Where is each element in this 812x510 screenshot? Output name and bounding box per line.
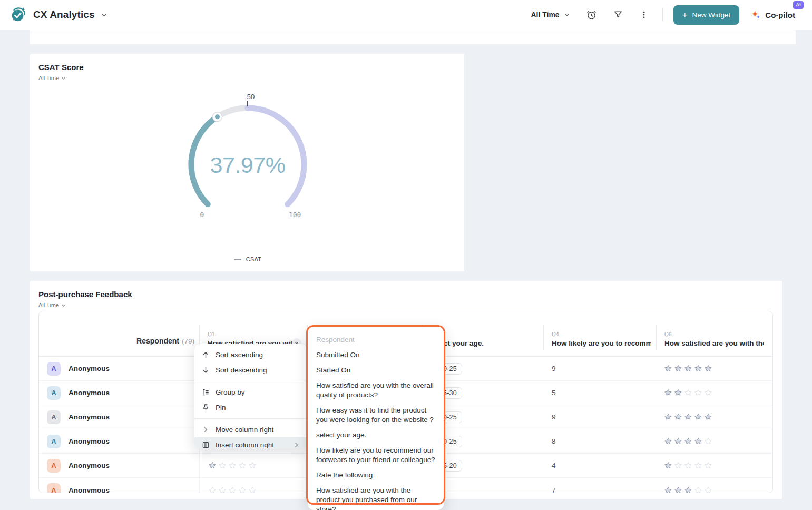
- star-icon: [705, 365, 712, 372]
- star-icon: [674, 462, 682, 469]
- q6-star-rating: [664, 389, 712, 397]
- legend-dash-icon: [234, 259, 241, 260]
- overflow-cell: [769, 381, 773, 405]
- star-icon: [664, 462, 672, 469]
- copilot-button[interactable]: Co-pilot AI: [751, 10, 795, 20]
- respondent-name: Anonymous: [69, 486, 110, 494]
- column-context-menu: Sort ascendingSort descendingGroup byPin…: [194, 344, 307, 449]
- csat-time-filter[interactable]: All Time: [38, 75, 66, 81]
- q6-rating-cell: [657, 429, 769, 453]
- q4-score-cell: 5: [544, 381, 657, 405]
- submenu-item[interactable]: Submitted On: [308, 347, 444, 362]
- sparkle-icon: [751, 10, 761, 20]
- q4-score-cell: 4: [544, 454, 657, 477]
- column-header-q6[interactable]: Q6.How satisfied are you with the...: [657, 311, 769, 356]
- star-icon: [705, 486, 712, 494]
- menu-item-label: Pin: [216, 404, 226, 411]
- q6-rating-cell: [657, 454, 769, 477]
- menu-item-group-by[interactable]: Group by: [194, 385, 307, 400]
- column-header-q4[interactable]: Q4.How likely are you to recomm...: [544, 311, 657, 356]
- submenu-item[interactable]: How satisfied are you with the product y…: [308, 483, 444, 510]
- column-header-respondent[interactable]: Respondent (79): [39, 311, 200, 356]
- overflow-cell: [769, 429, 773, 453]
- star-icon: [684, 462, 692, 469]
- star-icon: [249, 486, 257, 494]
- menu-item-sort-descending[interactable]: Sort descending: [194, 362, 307, 378]
- menu-item-insert-column-right[interactable]: Insert column right: [194, 437, 307, 449]
- filter-icon[interactable]: [611, 7, 625, 22]
- chevron-down-icon: [61, 76, 66, 81]
- chevron-down-icon: [61, 303, 66, 308]
- q6-rating-cell: [657, 405, 769, 429]
- alarm-icon[interactable]: [584, 7, 599, 23]
- star-icon: [684, 437, 692, 445]
- q6-rating-cell: [657, 357, 769, 380]
- star-icon: [664, 365, 672, 372]
- gauge-legend[interactable]: CSAT: [234, 256, 261, 262]
- star-icon: [705, 389, 712, 397]
- submenu-item: Respondent: [308, 332, 444, 347]
- q6-star-rating: [664, 486, 712, 494]
- app-brand[interactable]: CX Analytics: [9, 6, 107, 24]
- q6-star-rating: [664, 365, 712, 372]
- avatar: A: [47, 386, 61, 400]
- submenu-item[interactable]: How satisfied are you with the overall q…: [308, 378, 444, 403]
- header-divider: [662, 8, 663, 22]
- new-widget-label: New Widget: [692, 11, 731, 19]
- overflow-cell: [769, 454, 773, 477]
- ai-badge: AI: [793, 1, 804, 9]
- star-icon: [664, 413, 672, 421]
- submenu-item[interactable]: select your age.: [308, 427, 444, 443]
- q1-star-rating: [209, 462, 257, 469]
- gauge-value: 37.97%: [210, 152, 286, 178]
- q6-star-rating: [664, 437, 712, 445]
- star-icon: [219, 486, 227, 494]
- star-icon: [694, 462, 702, 469]
- menu-item-label: Sort descending: [216, 366, 267, 374]
- respondent-name: Anonymous: [69, 389, 110, 397]
- kebab-menu-icon[interactable]: [637, 8, 651, 22]
- q6-rating-cell: [657, 381, 769, 405]
- star-icon: [229, 462, 237, 469]
- star-icon: [229, 486, 237, 494]
- submenu-item[interactable]: Started On: [308, 362, 444, 378]
- star-icon: [684, 486, 692, 494]
- star-icon: [674, 365, 682, 372]
- menu-item-pin[interactable]: Pin: [194, 400, 307, 415]
- respondent-cell: AAnonymous: [39, 381, 200, 405]
- q4-score-cell: 7: [544, 478, 657, 493]
- global-time-filter[interactable]: All Time: [531, 11, 570, 19]
- question-label: select your age.: [430, 339, 539, 347]
- chevron-down-icon: [564, 12, 570, 18]
- submenu-item[interactable]: How likely are you to recommend our foot…: [308, 443, 444, 467]
- star-icon: [705, 462, 712, 469]
- app-header: CX Analytics All Time: [0, 0, 812, 30]
- new-widget-button[interactable]: + New Widget: [673, 5, 740, 25]
- star-icon: [664, 389, 672, 397]
- feedback-time-filter[interactable]: All Time: [38, 302, 66, 308]
- menu-item-sort-ascending[interactable]: Sort ascending: [194, 347, 307, 362]
- avatar: A: [47, 410, 61, 424]
- submenu-item[interactable]: Rate the following: [308, 467, 444, 483]
- avatar: A: [47, 435, 61, 448]
- q1-star-rating: [209, 486, 257, 494]
- overflow-cell: [769, 405, 773, 429]
- menu-item-move-column-right[interactable]: Move column right: [194, 422, 307, 437]
- legend-label: CSAT: [246, 256, 261, 262]
- overflow-cell: [769, 357, 773, 380]
- respondent-cell: AAnonymous: [39, 478, 200, 493]
- star-icon: [664, 486, 672, 494]
- star-icon: [684, 389, 692, 397]
- submenu-item[interactable]: How easy was it to find the product you …: [308, 403, 444, 427]
- menu-divider: [194, 418, 307, 419]
- overflow-cell: [769, 478, 773, 493]
- star-icon: [694, 365, 702, 372]
- insert-column-submenu: RespondentSubmitted OnStarted OnHow sati…: [308, 327, 444, 510]
- q1-rating-cell: [200, 454, 308, 477]
- csat-widget: CSAT Score All Time 500100 37.97% CSAT: [30, 54, 464, 271]
- menu-item-label: Move column right: [216, 426, 273, 434]
- chevron-right-icon: [293, 442, 300, 448]
- menu-item-label: Insert column right: [216, 441, 274, 449]
- star-icon: [239, 462, 247, 469]
- q1-rating-cell: [200, 478, 308, 493]
